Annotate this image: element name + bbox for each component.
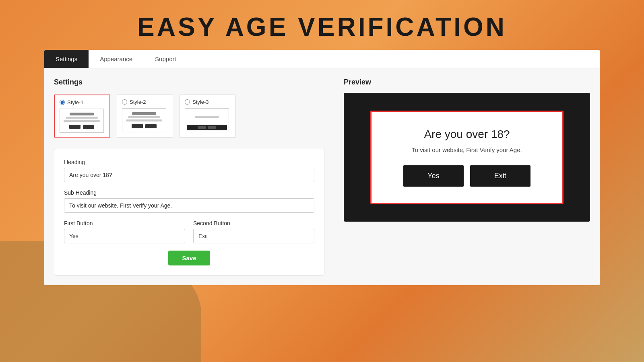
first-button-input[interactable] <box>64 229 185 243</box>
heading-input[interactable] <box>64 168 314 182</box>
preview-yes-button[interactable]: Yes <box>403 165 463 187</box>
preview-modal: Are you over 18? To visit our website, F… <box>370 111 564 204</box>
tab-bar: Settings Appearance Support <box>44 50 600 68</box>
content-area: Settings Style-1 <box>44 68 600 285</box>
style-option-2[interactable]: Style-2 <box>117 95 173 138</box>
style-1-thumbnail <box>60 109 104 133</box>
save-btn-wrapper: Save <box>64 251 314 265</box>
tab-appearance[interactable]: Appearance <box>89 50 144 68</box>
style-option-1[interactable]: Style-1 <box>54 95 110 138</box>
heading-label: Heading <box>64 159 314 165</box>
page-title: EASY AGE VERIFICATION <box>0 0 644 50</box>
first-button-group: First Button <box>64 220 185 243</box>
style-1-label[interactable]: Style-1 <box>60 99 83 105</box>
settings-form: Heading Sub Heading First Button Second … <box>54 149 324 276</box>
first-button-label: First Button <box>64 220 185 226</box>
second-button-label: Second Button <box>193 220 314 226</box>
preview-container: Are you over 18? To visit our website, F… <box>344 93 590 222</box>
style-option-3[interactable]: Style-3 <box>180 95 236 138</box>
subheading-group: Sub Heading <box>64 189 314 213</box>
preview-modal-subheading: To visit our website, First Verify your … <box>392 146 542 153</box>
preview-modal-heading: Are you over 18? <box>392 128 542 141</box>
settings-section-title: Settings <box>54 78 324 86</box>
style-2-label[interactable]: Style-2 <box>122 99 146 105</box>
tab-support[interactable]: Support <box>144 50 188 68</box>
heading-group: Heading <box>64 159 314 182</box>
style-2-thumbnail <box>122 108 166 132</box>
subheading-input[interactable] <box>64 198 314 213</box>
preview-panel: Preview Are you over 18? To visit our we… <box>334 68 600 285</box>
save-button[interactable]: Save <box>168 251 210 265</box>
tab-settings[interactable]: Settings <box>44 50 89 68</box>
second-button-group: Second Button <box>193 220 314 243</box>
style-1-radio[interactable] <box>60 100 65 105</box>
preview-exit-button[interactable]: Exit <box>470 165 530 187</box>
style-3-radio[interactable] <box>185 99 190 105</box>
second-button-input[interactable] <box>193 229 314 243</box>
buttons-row: First Button Second Button <box>64 220 314 243</box>
preview-title: Preview <box>344 78 590 86</box>
style-selector: Style-1 Style-2 <box>54 95 324 138</box>
style-3-label[interactable]: Style-3 <box>185 99 208 105</box>
main-card: Settings Appearance Support Settings Sty… <box>44 50 600 285</box>
style-3-thumbnail <box>185 108 229 132</box>
style-2-radio[interactable] <box>122 99 127 105</box>
preview-modal-buttons: Yes Exit <box>392 165 542 187</box>
subheading-label: Sub Heading <box>64 189 314 196</box>
settings-panel: Settings Style-1 <box>44 68 334 285</box>
